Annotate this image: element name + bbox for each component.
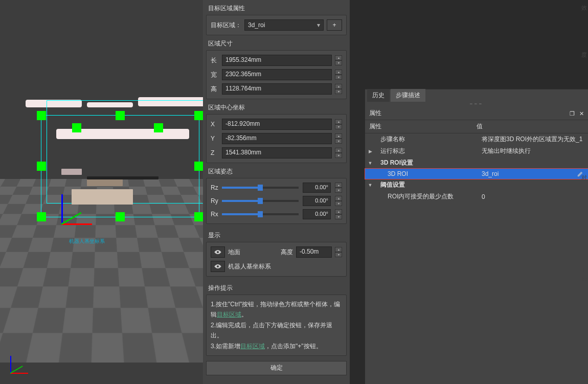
property-tree: 属性 值 步骤名称 将深度图3D ROI外的区域置为无效_1 ▶ 运行标志 无输… <box>365 120 588 202</box>
region-pose-title: 区域姿态 <box>203 166 350 178</box>
y-input[interactable]: -82.356mm <box>222 133 332 144</box>
col-value: 值 <box>477 122 483 131</box>
tab-bar: 历史 步骤描述 <box>365 89 588 102</box>
roi-handle[interactable] <box>194 162 203 171</box>
robot-base-label: 机器人基坐标系 <box>228 262 271 271</box>
ground-visibility-toggle[interactable] <box>211 246 225 258</box>
confirm-button[interactable]: 确定 <box>206 361 347 375</box>
spinner[interactable]: ▴▾ <box>335 55 342 65</box>
region-center-title: 区域中心坐标 <box>203 102 350 114</box>
ry-label: Ry <box>211 197 219 205</box>
roi-handle[interactable] <box>72 123 81 132</box>
y-label: Y <box>211 135 219 142</box>
collapse-icon[interactable]: ▼ <box>367 161 373 166</box>
roi-handle[interactable] <box>154 123 163 132</box>
spinner[interactable]: ▴▾ <box>335 196 342 206</box>
close-icon[interactable]: ✕ <box>579 110 584 117</box>
x-axis-icon <box>61 223 92 225</box>
ground-label: 地面 <box>228 248 248 257</box>
roi-handle[interactable] <box>194 111 203 120</box>
z-axis-icon <box>61 194 63 225</box>
plus-icon: + <box>332 21 336 29</box>
divider-panel <box>350 0 365 384</box>
region-size-title: 区域尺寸 <box>203 38 350 50</box>
object <box>87 176 159 179</box>
ground-height-input[interactable]: -0.50m <box>296 246 332 258</box>
spinner[interactable]: ▴▾ <box>335 119 342 129</box>
object <box>61 169 82 175</box>
spinner[interactable]: ▴▾ <box>335 209 342 219</box>
length-input[interactable]: 1955.324mm <box>222 55 332 66</box>
roi-handle[interactable] <box>116 212 125 221</box>
hint-title: 操作提示 <box>203 280 350 295</box>
right-panel: 历史 步骤描述 ┅┅┅ 属性 ❐ ✕ 属性 值 步骤名称 将深度图3D ROI外… <box>365 0 588 384</box>
display-title: 显示 <box>203 227 350 242</box>
edge-text: 对 <box>581 174 587 182</box>
tree-row-threshold[interactable]: ▼ 阈值设置 <box>365 179 588 191</box>
height-label: 高 <box>211 85 219 94</box>
undock-icon[interactable]: ❐ <box>570 110 575 117</box>
spinner[interactable]: ▴▾ <box>335 247 342 257</box>
tree-row-roi-settings[interactable]: ▼ 3D ROI设置 <box>365 157 588 169</box>
edge-text: 于 <box>581 266 587 274</box>
panel-title: 目标区域属性 <box>203 0 350 15</box>
rz-label: Rz <box>211 184 219 191</box>
hint-link[interactable]: 目标区域 <box>217 311 241 318</box>
target-region-panel: 目标区域属性 目标区域： 3d_roi + 区域尺寸 长1955.324mm▴▾… <box>203 0 350 384</box>
roi-handle[interactable] <box>194 212 203 221</box>
hint-link[interactable]: 目标区域 <box>240 343 265 350</box>
spinner[interactable]: ▴▾ <box>335 183 342 193</box>
hint-text: 1.按住"Ctrl"按钮，拖动绿色方框或整个框体，编辑目标区域。 2.编辑完成后… <box>211 299 342 351</box>
top-empty-area <box>365 0 588 89</box>
properties-header: 属性 ❐ ✕ <box>365 107 588 120</box>
object <box>72 189 133 205</box>
tree-row-run-flag[interactable]: ▶ 运行标志 无输出时继续执行 <box>365 145 588 157</box>
edge-text: 效 <box>581 4 587 12</box>
width-label: 宽 <box>211 71 219 79</box>
height-input[interactable]: 1128.764mm <box>222 83 332 95</box>
roi-handle[interactable] <box>37 162 46 171</box>
object <box>87 179 123 186</box>
target-region-select[interactable]: 3d_roi <box>244 19 324 31</box>
x-label: X <box>211 121 219 128</box>
drag-handle[interactable]: ┅┅┅ <box>365 102 588 107</box>
edge-text: 度 <box>581 51 587 59</box>
ry-slider[interactable] <box>222 200 299 202</box>
expand-icon[interactable]: ▶ <box>367 149 373 154</box>
target-region-label: 目标区域： <box>211 21 241 30</box>
roi-handle[interactable] <box>37 111 46 120</box>
length-label: 长 <box>211 56 219 65</box>
rx-slider[interactable] <box>222 213 299 215</box>
rz-slider[interactable] <box>222 187 299 189</box>
spinner[interactable]: ▴▾ <box>335 148 342 158</box>
tree-row-step-name[interactable]: 步骤名称 将深度图3D ROI外的区域置为无效_1 <box>365 133 588 145</box>
spinner[interactable]: ▴▾ <box>335 70 342 80</box>
tree-row-min-points[interactable]: ROI内可接受的最少点数 0 <box>365 191 588 202</box>
tree-header: 属性 值 <box>365 120 588 133</box>
col-property: 属性 <box>369 122 477 131</box>
ry-value[interactable]: 0.00° <box>303 196 331 206</box>
rz-value[interactable]: 0.00° <box>303 183 331 193</box>
add-region-button[interactable]: + <box>327 19 342 31</box>
z-label: Z <box>211 149 219 156</box>
rx-value[interactable]: 0.00° <box>303 209 331 219</box>
tab-history[interactable]: 历史 <box>367 89 390 102</box>
z-input[interactable]: 1541.380mm <box>222 147 332 159</box>
roi-handle[interactable] <box>116 111 125 120</box>
spinner[interactable]: ▴▾ <box>335 84 342 94</box>
height-label: 高度 <box>281 248 293 257</box>
robot-base-visibility-toggle[interactable] <box>211 261 225 272</box>
eye-icon <box>214 249 222 255</box>
rx-label: Rx <box>211 211 219 218</box>
spinner[interactable]: ▴▾ <box>335 133 342 144</box>
tab-step-description[interactable]: 步骤描述 <box>391 89 425 102</box>
properties-title: 属性 <box>369 109 381 118</box>
viewport-3d[interactable]: 机器人基坐标系 <box>0 0 203 384</box>
tree-row-3d-roi[interactable]: 3D ROI 3d_roi <box>365 169 588 179</box>
eye-icon <box>214 263 222 269</box>
width-input[interactable]: 2302.365mm <box>222 69 332 80</box>
x-input[interactable]: -812.920mm <box>222 119 332 130</box>
z-axis-icon <box>10 356 11 374</box>
collapse-icon[interactable]: ▼ <box>367 183 373 188</box>
roi-handle[interactable] <box>37 212 46 221</box>
